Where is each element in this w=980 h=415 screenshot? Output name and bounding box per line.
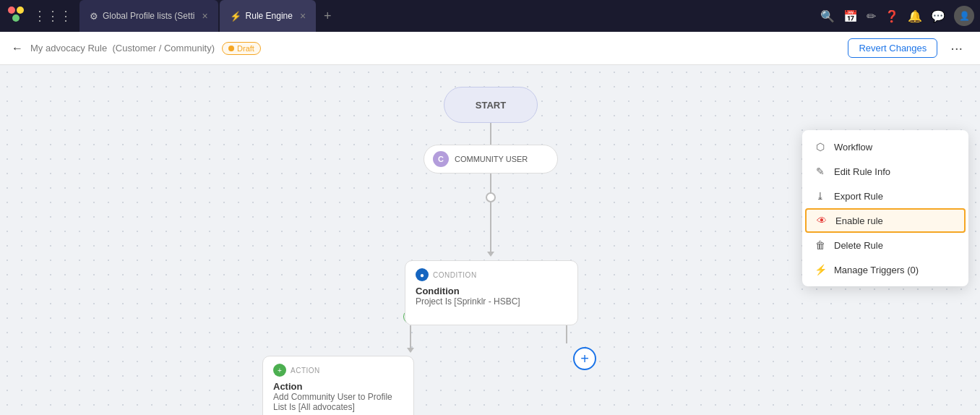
community-user-label: COMMUNITY USER xyxy=(455,155,528,163)
tab-group: ⚙ Global Profile lists (Setti × ⚡ Rule E… xyxy=(79,0,338,32)
grid-icon[interactable]: ⋮⋮⋮ xyxy=(30,5,75,27)
breadcrumb-sub: (Customer / Community) xyxy=(112,43,215,54)
workflow-icon: ⬡ xyxy=(814,141,827,153)
tab-engine-icon: ⚡ xyxy=(230,11,241,22)
condition-title: Condition xyxy=(416,286,567,296)
triggers-icon: ⚡ xyxy=(814,264,827,275)
add-no-branch-button[interactable]: + xyxy=(573,347,596,370)
action-icon: + xyxy=(273,364,286,377)
canvas: START C COMMUNITY USER Y N ● CONDITION C… xyxy=(0,65,980,415)
action-desc: Add Community User to Profile List Is [A… xyxy=(273,392,403,412)
community-avatar-icon: C xyxy=(433,151,449,167)
app-logo[interactable] xyxy=(6,4,26,27)
bell-icon[interactable]: 🔔 xyxy=(908,9,922,23)
dropdown-item-label: Workflow xyxy=(834,142,872,153)
dropdown-item-triggers[interactable]: ⚡ Manage Triggers (0) xyxy=(802,257,968,282)
tab-label: Rule Engine xyxy=(246,11,293,21)
condition-label-row: ● CONDITION xyxy=(416,268,567,281)
dropdown-item-enable[interactable]: 👁 Enable rule xyxy=(805,208,966,233)
condition-node[interactable]: ● CONDITION Condition Project Is [Sprink… xyxy=(405,260,578,325)
dropdown-item-export[interactable]: ⤓ Export Rule xyxy=(802,184,968,208)
draft-dot xyxy=(228,46,234,51)
user-avatar[interactable]: 👤 xyxy=(954,6,974,26)
tab-close-icon[interactable]: × xyxy=(300,10,306,22)
action-label-row: + ACTION xyxy=(273,364,403,377)
tab-gear-icon: ⚙ xyxy=(90,11,98,22)
condition-type-label: CONDITION xyxy=(433,271,477,279)
action-type-label: ACTION xyxy=(291,367,320,375)
draft-label: Draft xyxy=(237,44,254,53)
breadcrumb-title: My advocacy Rule xyxy=(30,43,107,54)
tab-global-profile[interactable]: ⚙ Global Profile lists (Setti × xyxy=(79,0,218,32)
dropdown-item-workflow[interactable]: ⬡ Workflow xyxy=(802,134,968,159)
revert-changes-button[interactable]: Revert Changes xyxy=(848,38,937,58)
svg-point-0 xyxy=(8,7,15,14)
dropdown-menu: ⬡ Workflow ✎ Edit Rule Info ⤓ Export Rul… xyxy=(802,130,968,286)
add-tab-button[interactable]: + xyxy=(317,0,338,32)
more-options-button[interactable]: ··· xyxy=(945,37,968,59)
svg-point-5 xyxy=(486,193,495,202)
back-button[interactable]: ← xyxy=(12,42,23,55)
svg-point-2 xyxy=(12,14,20,22)
dropdown-item-edit-rule[interactable]: ✎ Edit Rule Info xyxy=(802,159,968,184)
action-node[interactable]: + ACTION Action Add Community User to Pr… xyxy=(262,356,414,415)
eye-icon: 👁 xyxy=(815,215,828,226)
start-label: START xyxy=(476,100,506,111)
tab-rule-engine[interactable]: ⚡ Rule Engine × xyxy=(220,0,317,32)
edit-icon[interactable]: ✏ xyxy=(867,9,876,23)
community-user-node[interactable]: C COMMUNITY USER xyxy=(424,145,558,174)
svg-marker-9 xyxy=(407,348,414,353)
breadcrumb: My advocacy Rule (Customer / Community) xyxy=(30,43,215,54)
search-icon[interactable]: 🔍 xyxy=(820,9,835,23)
dropdown-item-label: Manage Triggers (0) xyxy=(834,265,919,275)
subheader: ← My advocacy Rule (Customer / Community… xyxy=(0,32,980,65)
tab-close-icon[interactable]: × xyxy=(202,10,207,22)
dropdown-item-label: Delete Rule xyxy=(834,240,883,251)
dropdown-item-label: Edit Rule Info xyxy=(834,166,890,177)
chat-icon[interactable]: 💬 xyxy=(931,9,945,23)
export-icon: ⤓ xyxy=(814,190,827,202)
action-title: Action xyxy=(273,381,403,392)
edit-rule-icon: ✎ xyxy=(814,166,827,177)
dropdown-item-label: Export Rule xyxy=(834,191,883,202)
condition-desc: Project Is [Sprinklr - HSBC] xyxy=(416,296,567,307)
start-node[interactable]: START xyxy=(444,87,538,123)
draft-badge: Draft xyxy=(222,42,261,55)
condition-icon: ● xyxy=(416,268,429,281)
trash-icon: 🗑 xyxy=(814,239,827,251)
topbar-actions: 🔍 📅 ✏ ❓ 🔔 💬 👤 xyxy=(820,6,974,26)
calendar-icon[interactable]: 📅 xyxy=(843,9,858,23)
svg-marker-7 xyxy=(487,252,494,257)
help-icon[interactable]: ❓ xyxy=(885,9,899,23)
svg-point-1 xyxy=(17,7,24,14)
topbar: ⋮⋮⋮ ⚙ Global Profile lists (Setti × ⚡ Ru… xyxy=(0,0,980,32)
tab-label: Global Profile lists (Setti xyxy=(103,11,194,21)
dropdown-item-label: Enable rule xyxy=(835,215,883,226)
dropdown-item-delete[interactable]: 🗑 Delete Rule xyxy=(802,233,968,257)
